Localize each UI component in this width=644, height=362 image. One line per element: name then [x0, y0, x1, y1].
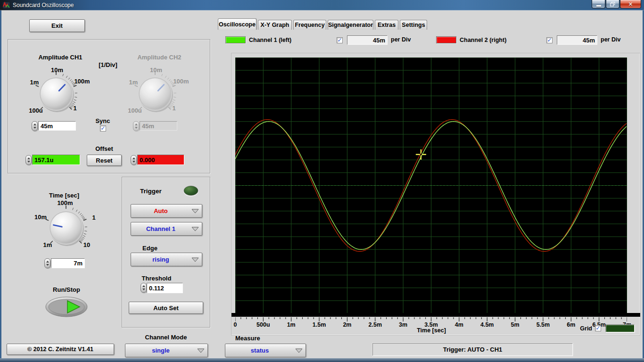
- restore-button[interactable]: [606, 0, 619, 8]
- trigger-title: Trigger: [134, 188, 167, 195]
- tab-extras[interactable]: Extras: [375, 20, 398, 30]
- app-window: Soundcard Oszilloscope ✕ Exit Amplitude …: [0, 0, 644, 362]
- amplitude-ch1-title: Amplitude CH1: [23, 54, 98, 61]
- trigger-mode-value: Auto: [131, 205, 190, 217]
- sync-checkbox[interactable]: ✓: [100, 125, 106, 132]
- time-title: Time [sec]: [36, 192, 92, 199]
- offset-ch1-spinner[interactable]: [25, 155, 32, 165]
- offset-ch1-value[interactable]: 157.1u: [32, 155, 80, 165]
- trigger-source-value: Channel 1: [131, 222, 190, 235]
- app-icon: [3, 1, 10, 9]
- measure-label: Measure: [235, 335, 268, 342]
- tab-xy-graph[interactable]: X-Y Graph: [258, 20, 292, 30]
- run-stop-label: Run/Stop: [43, 286, 90, 293]
- x-tick-label: 1.5m: [307, 321, 331, 328]
- minimize-button[interactable]: [592, 0, 605, 8]
- amplitude-ch1-spinner[interactable]: [32, 121, 38, 131]
- grid-color-swatch[interactable]: [605, 324, 635, 332]
- channel1-label: Channel 1 (left): [249, 37, 315, 43]
- offset-ch2-value[interactable]: 0.000: [137, 155, 184, 165]
- channel2-per-div-value[interactable]: 45m: [557, 35, 597, 45]
- x-axis-strip: [231, 313, 640, 317]
- time-knob[interactable]: [40, 202, 92, 254]
- amplitude-ch1-knob[interactable]: [30, 68, 82, 120]
- chevron-down-icon: [191, 209, 199, 214]
- offset-label: Offset: [91, 145, 117, 152]
- time-value[interactable]: 7m: [51, 258, 85, 268]
- restore-icon: [610, 2, 615, 7]
- x-tick-label: 2m: [335, 321, 359, 328]
- auto-set-button[interactable]: Auto Set: [129, 302, 203, 314]
- trigger-led: [182, 184, 200, 197]
- channel1-color-swatch: [225, 36, 246, 43]
- close-icon: ✕: [628, 1, 633, 8]
- x-tick-label: 4.5m: [475, 321, 499, 328]
- minimize-icon: [596, 5, 601, 7]
- threshold-value[interactable]: 0.112: [147, 283, 183, 293]
- amplitude-ch1-value[interactable]: 45m: [38, 121, 76, 131]
- per-div-unit-label: [1/Div]: [94, 61, 122, 68]
- channel1-per-div-value[interactable]: 45m: [347, 35, 388, 45]
- amplitude-ch2-title: Amplitude CH2: [122, 54, 197, 61]
- tab-frequency[interactable]: Frequency: [293, 20, 326, 30]
- channel-mode-label: Channel Mode: [141, 334, 190, 341]
- grid-checkbox[interactable]: ✓: [595, 325, 601, 331]
- sync-label: Sync: [92, 117, 113, 124]
- window-title: Soundcard Oszilloscope: [13, 2, 74, 8]
- trigger-status-bar: Trigger: AUTO - CH1: [372, 343, 573, 356]
- edge-label: Edge: [133, 245, 167, 252]
- chevron-down-icon: [191, 257, 199, 262]
- offset-reset-button[interactable]: Reset: [87, 155, 122, 166]
- x-tick-label: 500u: [251, 321, 275, 328]
- close-button[interactable]: ✕: [620, 0, 641, 8]
- x-tick-label: 1m: [280, 321, 303, 328]
- x-tick-label: 5m: [504, 321, 527, 328]
- exit-button[interactable]: Exit: [29, 19, 85, 32]
- trigger-edge-dropdown[interactable]: rising: [131, 253, 202, 266]
- window-edge-bottom: [0, 358, 644, 362]
- titlebar[interactable]: Soundcard Oszilloscope ✕: [0, 0, 644, 10]
- chevron-down-icon: [191, 227, 199, 231]
- offset-ch2-spinner[interactable]: [131, 155, 137, 165]
- x-tick-label: 5.5m: [531, 321, 555, 328]
- trigger-source-dropdown[interactable]: Channel 1: [131, 222, 202, 236]
- channel-mode-dropdown[interactable]: single: [125, 344, 208, 357]
- channel2-div-checkbox[interactable]: ✓: [546, 37, 553, 43]
- amplitude-ch2-value: 45m: [140, 121, 177, 131]
- tab-settings[interactable]: Settings: [400, 20, 427, 30]
- window-edge-left: [0, 10, 1, 362]
- amplitude-ch2-knob[interactable]: [129, 68, 181, 120]
- channel2-color-swatch: [436, 36, 456, 43]
- chevron-down-icon: [197, 348, 205, 353]
- run-stop-button[interactable]: [45, 296, 88, 318]
- threshold-label: Threshold: [140, 275, 173, 282]
- tab-oscilloscope[interactable]: Oscilloscope: [218, 18, 256, 30]
- oscilloscope-plot[interactable]: [235, 58, 627, 313]
- measure-dropdown[interactable]: status: [225, 344, 306, 357]
- threshold-spinner[interactable]: [140, 283, 147, 293]
- trigger-edge-value: rising: [131, 253, 190, 266]
- x-tick-label: 0: [223, 321, 247, 328]
- amplitude-ch2-spinner[interactable]: [133, 121, 139, 131]
- channel2-label: Channel 2 (right): [460, 37, 530, 43]
- measure-value: status: [225, 344, 294, 357]
- channel1-per-div-label: per Div: [391, 36, 415, 43]
- chevron-down-icon: [295, 348, 303, 353]
- time-spinner[interactable]: [44, 258, 50, 268]
- trigger-mode-dropdown[interactable]: Auto: [131, 204, 202, 218]
- channel-mode-value: single: [125, 344, 196, 357]
- tab-signalgenerator[interactable]: Signalgenerator: [328, 20, 373, 30]
- channel1-div-checkbox[interactable]: ✓: [337, 37, 343, 43]
- grid-label: Grid: [576, 325, 592, 332]
- x-tick-label: 2.5m: [363, 321, 387, 328]
- x-axis-title: Time [sec]: [398, 327, 464, 334]
- copyright-bar: © 2012 C. Zeitnitz V1.41: [7, 344, 114, 355]
- channel2-per-div-label: per Div: [601, 36, 625, 43]
